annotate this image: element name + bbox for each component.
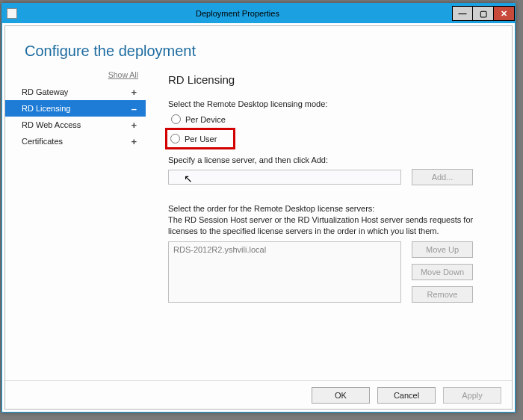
client-area: Configure the deployment Show All RD Gat… xyxy=(4,25,513,410)
minimize-button[interactable]: — xyxy=(452,6,473,21)
sidebar-item-label: RD Gateway xyxy=(22,87,68,96)
move-down-button[interactable]: Move Down xyxy=(412,264,473,280)
highlight-per-user: Per User xyxy=(165,128,235,149)
app-icon xyxy=(7,8,17,19)
license-server-input[interactable] xyxy=(168,170,401,185)
sidebar-item-certificates[interactable]: Certificates + xyxy=(5,133,146,149)
plus-icon: + xyxy=(131,136,137,147)
licensing-mode-label: Select the Remote Desktop licensing mode… xyxy=(168,99,497,108)
deployment-properties-window: Deployment Properties — ▢ ✕ Configure th… xyxy=(1,3,516,413)
page-title: Configure the deployment xyxy=(5,26,512,69)
maximize-button[interactable]: ▢ xyxy=(473,6,494,21)
specify-server-label: Specify a license server, and then click… xyxy=(168,155,497,164)
sidebar-item-label: Certificates xyxy=(22,137,63,146)
license-servers-list[interactable]: RDS-2012R2.yshvili.local xyxy=(168,241,401,303)
order-help: The RD Session Host server or the RD Vir… xyxy=(168,214,497,237)
radio-label: Per User xyxy=(185,135,217,143)
cancel-button[interactable]: Cancel xyxy=(377,387,436,404)
remove-button[interactable]: Remove xyxy=(412,286,473,303)
sidebar-item-label: RD Web Access xyxy=(22,120,81,129)
plus-icon: + xyxy=(131,87,137,98)
close-button[interactable]: ✕ xyxy=(494,6,515,21)
minus-icon: – xyxy=(131,103,137,114)
order-label: Select the order for the Remote Desktop … xyxy=(168,203,497,214)
order-section: Select the order for the Remote Desktop … xyxy=(168,203,497,237)
panel-rd-licensing: RD Licensing Select the Remote Desktop l… xyxy=(146,69,512,380)
radio-per-device-input[interactable] xyxy=(171,114,181,124)
plus-icon: + xyxy=(131,120,137,131)
ok-button[interactable]: OK xyxy=(312,387,370,404)
window-title: Deployment Properties xyxy=(23,9,452,18)
move-up-button[interactable]: Move Up xyxy=(412,241,473,258)
radio-label: Per Device xyxy=(185,115,226,124)
radio-per-device[interactable]: Per Device xyxy=(168,113,497,126)
panel-title: RD Licensing xyxy=(168,73,497,86)
apply-button[interactable]: Apply xyxy=(443,387,501,404)
radio-per-user[interactable]: Per User xyxy=(167,132,220,145)
list-item[interactable]: RDS-2012R2.yshvili.local xyxy=(173,245,396,254)
sidebar-item-rd-licensing[interactable]: RD Licensing – xyxy=(5,100,146,117)
radio-per-user-input[interactable] xyxy=(170,134,180,143)
dialog-footer: OK Cancel Apply xyxy=(5,380,512,409)
sidebar-item-rd-web-access[interactable]: RD Web Access + xyxy=(5,117,146,133)
sidebar-item-label: RD Licensing xyxy=(22,104,70,113)
add-button[interactable]: Add... xyxy=(412,169,473,185)
sidebar: Show All RD Gateway + RD Licensing – RD … xyxy=(5,69,146,380)
sidebar-item-rd-gateway[interactable]: RD Gateway + xyxy=(5,84,146,100)
show-all-link[interactable]: Show All xyxy=(5,70,146,84)
titlebar: Deployment Properties — ▢ ✕ xyxy=(2,4,515,23)
